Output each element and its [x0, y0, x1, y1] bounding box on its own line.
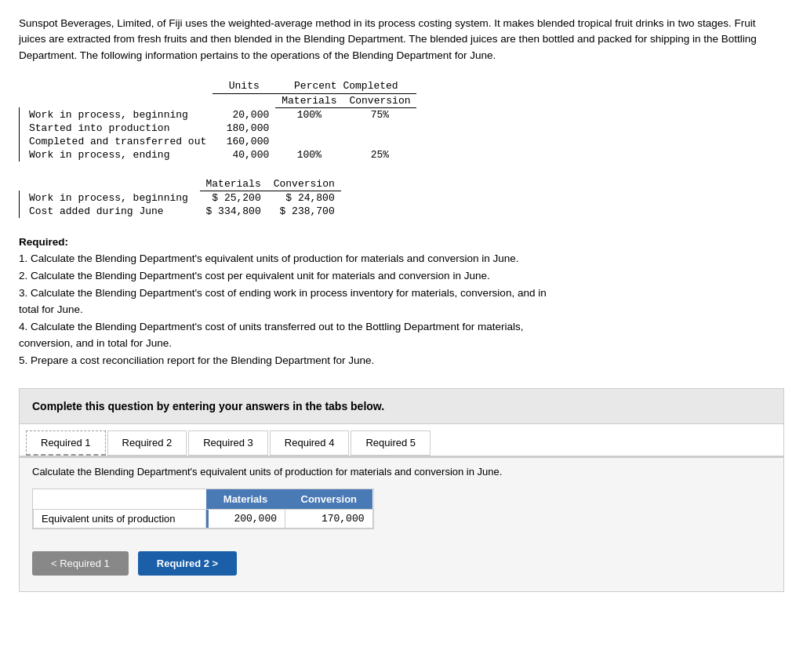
tab-content-area: Calculate the Blending Department's equi… [20, 457, 783, 591]
required-item-4: 4. Calculate the Blending Department's c… [19, 318, 784, 352]
row-conversion: $ 238,700 [267, 205, 341, 218]
complete-question-text: Complete this question by entering your … [32, 400, 384, 412]
table-row: Work in process, ending 40,000 100% 25% [20, 148, 417, 162]
row-units: 40,000 [213, 148, 275, 162]
conversion-input[interactable] [302, 513, 365, 525]
table-row: Work in process, beginning $ 25,200 $ 24… [20, 191, 341, 205]
tab-required-4[interactable]: Required 4 [270, 430, 350, 456]
tab-required-3[interactable]: Required 3 [188, 430, 268, 456]
row-label: Completed and transferred out [20, 135, 213, 148]
row-label: Started into production [20, 122, 213, 135]
row-materials: 100% [275, 107, 343, 122]
required-title: Required: [19, 236, 68, 248]
tab-label-3: Required 3 [203, 437, 253, 449]
table-row: Completed and transferred out 160,000 [20, 135, 417, 148]
complete-question-box: Complete this question by entering your … [19, 388, 784, 424]
materials-input[interactable] [214, 513, 277, 525]
units-header: Units [213, 79, 275, 94]
tabs-container: Required 1 Required 2 Required 3 Require… [19, 424, 784, 592]
required-item-2: 2. Calculate the Blending Department's c… [19, 267, 784, 285]
conversion-header-2: Conversion [267, 177, 341, 191]
required-item-1: 1. Calculate the Blending Department's e… [19, 250, 784, 267]
row-units: 20,000 [213, 107, 275, 122]
row-units: 180,000 [213, 122, 275, 135]
row-materials: $ 334,800 [200, 205, 267, 218]
row-materials: $ 25,200 [200, 191, 267, 205]
required-section: Required: 1. Calculate the Blending Depa… [19, 234, 784, 369]
nav-buttons-container: < Required 1 Required 2 > [32, 551, 771, 576]
row-conversion: $ 24,800 [267, 191, 341, 205]
data-table-1: Units Percent Completed Materials Conver… [19, 79, 784, 162]
intro-paragraph: Sunspot Beverages, Limited, of Fiji uses… [19, 16, 784, 64]
answer-row: Equivalent units of production [34, 509, 373, 528]
materials-col-header: Materials [206, 489, 285, 510]
answer-table: Materials Conversion Equivalent units of… [33, 489, 373, 529]
row-materials: 100% [275, 148, 343, 162]
materials-value-cell[interactable] [206, 509, 285, 528]
conversion-col-header: Conversion [285, 489, 373, 510]
table-row: Cost added during June $ 334,800 $ 238,7… [20, 205, 341, 218]
blue-left-border [206, 510, 209, 528]
tab-label-4: Required 4 [285, 437, 335, 449]
tab-label-1: Required 1 [41, 437, 91, 449]
materials-header: Materials [275, 93, 343, 107]
empty-header [34, 489, 206, 510]
data-table-2: Materials Conversion Work in process, be… [19, 177, 784, 218]
table-row: Work in process, beginning 20,000 100% 7… [20, 107, 417, 122]
answer-row-label: Equivalent units of production [34, 509, 206, 528]
required-item-3: 3. Calculate the Blending Department's c… [19, 285, 784, 318]
tab-label-2: Required 2 [122, 437, 173, 449]
tabs-row: Required 1 Required 2 Required 3 Require… [20, 424, 783, 457]
tab-required-5[interactable]: Required 5 [351, 430, 431, 456]
tab-instruction: Calculate the Blending Department's equi… [32, 466, 771, 478]
tab-required-1[interactable]: Required 1 [26, 430, 106, 456]
materials-header-2: Materials [200, 177, 267, 191]
row-label: Cost added during June [20, 205, 200, 218]
row-label: Work in process, beginning [20, 107, 213, 122]
row-label: Work in process, ending [20, 148, 213, 162]
answer-table-wrapper: Materials Conversion Equivalent units of… [32, 489, 374, 529]
prev-button[interactable]: < Required 1 [32, 551, 129, 576]
conversion-header: Conversion [343, 93, 416, 107]
tab-label-5: Required 5 [365, 437, 416, 449]
row-conversion: 25% [343, 148, 416, 162]
row-label: Work in process, beginning [20, 191, 200, 205]
conversion-value-cell[interactable] [285, 509, 373, 528]
row-conversion: 75% [343, 107, 416, 122]
percent-completed-header: Percent Completed [275, 79, 416, 94]
tab-required-2[interactable]: Required 2 [107, 430, 187, 456]
table-row: Started into production 180,000 [20, 122, 417, 135]
row-units: 160,000 [213, 135, 275, 148]
required-item-5: 5. Prepare a cost reconciliation report … [19, 352, 784, 369]
next-button[interactable]: Required 2 > [138, 551, 237, 576]
